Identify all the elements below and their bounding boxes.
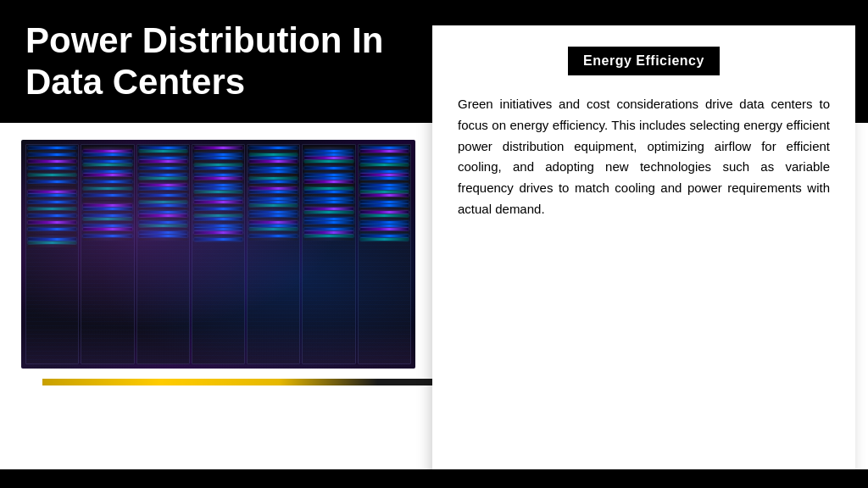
left-panel (0, 123, 432, 488)
data-center-image (21, 140, 415, 369)
card-body-text: Green initiatives and cost consideration… (458, 94, 830, 220)
main-content: Energy Efficiency Green initiatives and … (0, 123, 868, 488)
slide-title: Power Distribution In Data Centers (25, 20, 441, 103)
bottom-bar (0, 469, 868, 488)
yellow-line (42, 379, 437, 385)
energy-efficiency-badge: Energy Efficiency (568, 47, 720, 75)
right-panel: Energy Efficiency Green initiatives and … (432, 123, 868, 488)
slide-container: Power Distribution In Data Centers (0, 0, 868, 488)
floor-area (21, 326, 415, 369)
content-card: Energy Efficiency Green initiatives and … (432, 25, 855, 488)
